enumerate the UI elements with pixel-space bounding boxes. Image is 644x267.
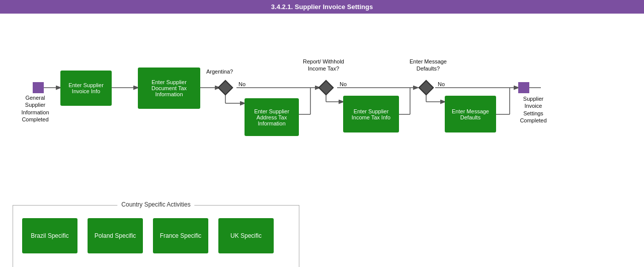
enter-supplier-address-tax-box: Enter SupplierAddress TaxInformation — [245, 98, 299, 136]
report-withhold-no-label: No — [340, 81, 347, 87]
report-withhold-label: Report/ WithholdIncome Tax? — [301, 58, 346, 73]
brazil-specific-button[interactable]: Brazil Specific — [22, 218, 77, 253]
enter-message-defaults-label: Enter MessageDefaults? — [406, 58, 451, 73]
enter-message-defaults-box: Enter MessageDefaults — [445, 96, 496, 132]
argentina-label: Argentina? — [206, 68, 233, 75]
country-specific-box: Country Specific Activities Brazil Speci… — [13, 205, 299, 267]
poland-specific-button[interactable]: Poland Specific — [88, 218, 143, 253]
start-node — [33, 82, 44, 93]
uk-specific-button[interactable]: UK Specific — [218, 218, 274, 253]
diagram-area: GeneralSupplierInformationCompleted Ente… — [0, 14, 644, 200]
bottom-section: Country Specific Activities Brazil Speci… — [0, 200, 644, 267]
enter-supplier-income-tax-box: Enter SupplierIncome Tax Info — [343, 96, 399, 132]
enter-supplier-document-tax-box: Enter SupplierDocument TaxInformation — [138, 68, 200, 109]
country-specific-title: Country Specific Activities — [117, 201, 194, 208]
message-defaults-no-label: No — [438, 81, 445, 87]
page-title: 3.4.2.1. Supplier Invoice Settings — [0, 0, 644, 14]
report-withhold-decision — [318, 80, 334, 95]
enter-supplier-invoice-info-box: Enter Supplier Invoice Info — [60, 71, 112, 106]
end-label: SupplierInvoiceSettingsCompleted — [511, 95, 556, 124]
argentina-no-label: No — [238, 81, 246, 87]
end-node — [518, 82, 529, 93]
enter-message-defaults-decision — [418, 80, 434, 95]
france-specific-button[interactable]: France Specific — [153, 218, 208, 253]
start-label: GeneralSupplierInformationCompleted — [15, 94, 55, 123]
argentina-decision — [217, 80, 233, 95]
